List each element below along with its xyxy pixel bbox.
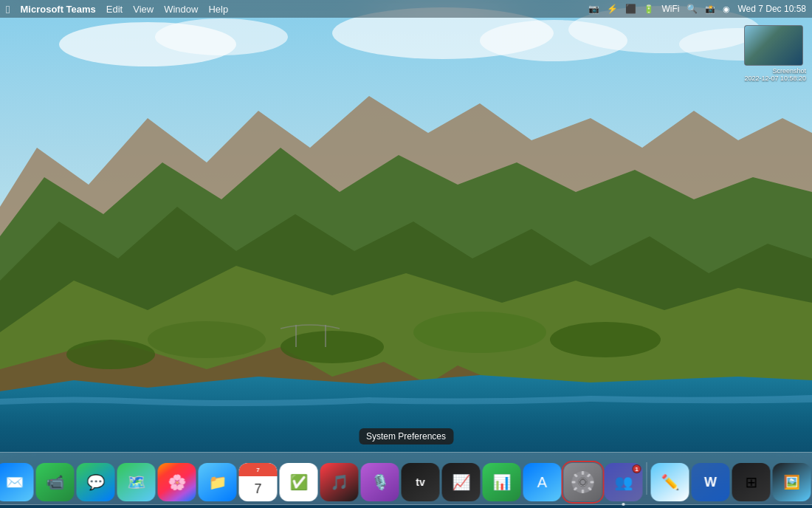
- dock-photos[interactable]: 🌸: [158, 463, 196, 501]
- dock-appletv[interactable]: tv: [402, 463, 440, 501]
- dock-word[interactable]: W: [692, 463, 730, 501]
- dock-music[interactable]: 🎵: [320, 463, 359, 501]
- app-name: Microsoft Teams: [20, 4, 95, 15]
- display-icon[interactable]: ⬛: [625, 4, 636, 14]
- dock-facetime[interactable]: 📹: [36, 463, 75, 501]
- dock-teams-dot: [622, 503, 625, 506]
- svg-rect-19: [591, 481, 594, 484]
- dock: 😄 🚀 🧭 ✉️ 📹 �: [0, 452, 812, 505]
- dock-grid[interactable]: ⊞: [732, 463, 771, 501]
- dock-teams[interactable]: 👥 1: [605, 463, 643, 501]
- search-icon[interactable]: 🔍: [687, 4, 698, 14]
- svg-rect-17: [582, 490, 584, 493]
- dock-appstore[interactable]: A: [523, 463, 562, 501]
- svg-rect-18: [572, 481, 576, 484]
- dock-separator: [647, 462, 647, 495]
- dock-script[interactable]: ✏️: [651, 463, 689, 501]
- clock: Wed 7 Dec 10:58: [737, 4, 806, 14]
- battery-icon[interactable]: 🔋: [644, 4, 654, 14]
- apple-menu[interactable]: : [6, 3, 10, 16]
- screenshot-thumb-image: [745, 26, 802, 65]
- dock-podcasts[interactable]: 🎙️: [361, 463, 399, 501]
- bluetooth-icon[interactable]: ⚡: [607, 4, 618, 14]
- dock-calendar[interactable]: 7 7: [239, 463, 278, 501]
- menu-edit[interactable]: Edit: [106, 4, 123, 15]
- svg-rect-12: [295, 325, 297, 347]
- dock-maps[interactable]: 🗺️: [117, 463, 156, 501]
- dock-preview[interactable]: 🖼️: [773, 463, 811, 501]
- menubar-right: 📷 ⚡ ⬛ 🔋 WiFi 🔍 📸 ◉ Wed 7 Dec 10:58: [588, 4, 806, 14]
- menubar-left:  Microsoft Teams Edit View Window Help: [6, 3, 228, 16]
- svg-point-8: [148, 321, 266, 358]
- dock-system-preferences[interactable]: [564, 463, 602, 501]
- camera-icon[interactable]: 📷: [588, 4, 599, 14]
- dock-numbers[interactable]: 📊: [483, 463, 521, 501]
- dock-mail[interactable]: ✉️: [0, 463, 34, 501]
- wifi-icon[interactable]: WiFi: [661, 4, 679, 14]
- menu-window[interactable]: Window: [164, 4, 198, 15]
- screenshot-thumbnail[interactable]: [744, 25, 803, 66]
- screen-capture-icon[interactable]: 📸: [705, 4, 715, 14]
- siri-icon[interactable]: ◉: [723, 4, 730, 14]
- dock-messages[interactable]: 💬: [77, 463, 115, 501]
- dock-files[interactable]: 📁: [199, 463, 237, 501]
- svg-rect-16: [582, 471, 584, 475]
- svg-point-25: [581, 480, 585, 484]
- dock-container: System Preferences 😄 🚀 🧭 ✉️: [0, 452, 812, 505]
- svg-point-7: [66, 340, 155, 369]
- dock-stocks[interactable]: 📈: [442, 463, 481, 501]
- svg-point-2: [155, 18, 288, 55]
- menubar:  Microsoft Teams Edit View Window Help …: [0, 0, 812, 18]
- svg-rect-13: [325, 325, 326, 347]
- menu-help[interactable]: Help: [208, 4, 228, 15]
- menu-view[interactable]: View: [133, 4, 154, 15]
- screenshot-label: Screenshot 2022-12-07 10:58:20: [744, 67, 806, 82]
- desktop:  Microsoft Teams Edit View Window Help …: [0, 0, 812, 508]
- dock-reminders[interactable]: ✅: [280, 463, 318, 501]
- svg-point-10: [413, 312, 546, 353]
- svg-point-11: [550, 322, 661, 357]
